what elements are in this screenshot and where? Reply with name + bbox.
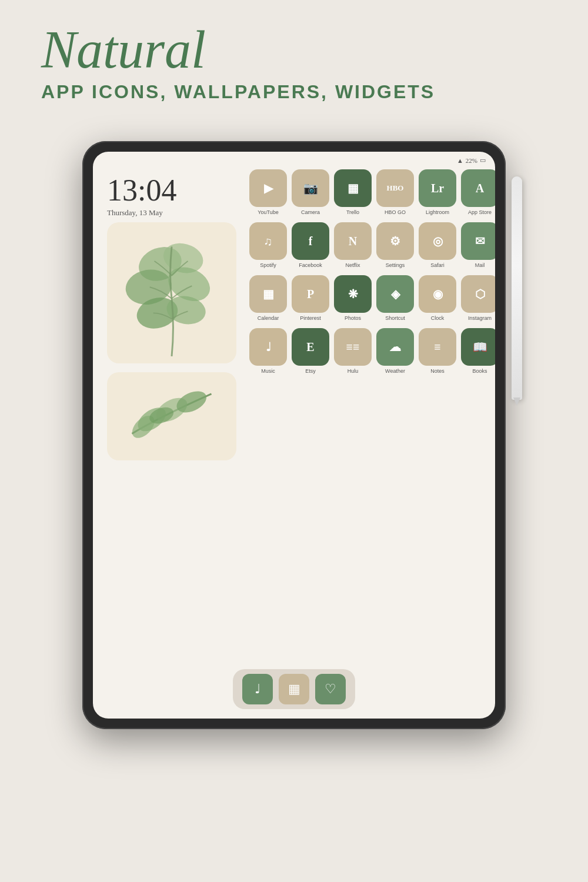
title-natural: Natural (41, 24, 435, 76)
app-label: Shortcut (385, 315, 405, 321)
clock-time: 13:04 (107, 175, 176, 206)
app-item[interactable]: 📖Books (461, 328, 495, 374)
app-label: Netflix (345, 262, 360, 268)
app-item[interactable]: ≡≡Hulu (334, 328, 372, 374)
app-label: Music (261, 368, 275, 374)
status-bar: ▲ 22% ▭ (457, 156, 486, 164)
app-item[interactable]: ♫Spotify (249, 222, 287, 268)
wifi-icon: ▲ (457, 157, 463, 164)
app-icon: ♩ (249, 328, 287, 366)
app-label: Photos (345, 315, 361, 321)
app-label: Trello (346, 209, 359, 215)
app-label: Camera (301, 209, 320, 215)
widget-large-plant (107, 222, 236, 363)
app-label: Lightroom (426, 209, 449, 215)
app-icon: ✉ (461, 222, 495, 260)
app-item[interactable]: NNetflix (334, 222, 372, 268)
app-icon: ⬡ (461, 275, 495, 313)
app-icon: 📷 (292, 169, 329, 207)
clock-date: Thursday, 13 May (107, 208, 176, 218)
clock-widget: 13:04 Thursday, 13 May (107, 175, 176, 218)
app-label: Mail (475, 262, 485, 268)
app-icon: ≡≡ (334, 328, 372, 366)
title-sub: APP ICONS, WALLPAPERS, WIDGETS (41, 81, 435, 103)
app-item[interactable]: ☁Weather (376, 328, 414, 374)
app-label: Calendar (258, 315, 279, 321)
tablet-wrapper: ▲ 22% ▭ 13:04 Thursday, 13 May (82, 141, 506, 788)
app-label: App Store (468, 209, 492, 215)
app-icon: E (292, 328, 329, 366)
app-item[interactable]: ❋Photos (334, 275, 372, 321)
app-label: Weather (385, 368, 405, 374)
app-item[interactable]: AApp Store (461, 169, 495, 215)
app-item[interactable]: EEtsy (292, 328, 329, 374)
app-label: Notes (430, 368, 445, 374)
title-area: Natural APP ICONS, WALLPAPERS, WIDGETS (41, 24, 435, 103)
app-label: Pinterest (300, 315, 321, 321)
app-label: Safari (430, 262, 445, 268)
app-item[interactable]: ◎Safari (419, 222, 456, 268)
app-icon: ◉ (419, 275, 456, 313)
app-item[interactable]: 📷Camera (292, 169, 329, 215)
app-label: Settings (386, 262, 405, 268)
app-icon: 📖 (461, 328, 495, 366)
page-background: Natural APP ICONS, WALLPAPERS, WIDGETS ▲… (0, 0, 588, 882)
apple-pencil (512, 176, 522, 400)
widget-small-plant (107, 372, 236, 460)
app-item[interactable]: ▦Calendar (249, 275, 287, 321)
app-icon: N (334, 222, 372, 260)
dock-icon[interactable]: ♡ (315, 674, 346, 704)
app-item[interactable]: ✉Mail (461, 222, 495, 268)
app-icon: Lr (419, 169, 456, 207)
app-icon: ♫ (249, 222, 287, 260)
app-label: Books (472, 368, 487, 374)
tablet-screen: ▲ 22% ▭ 13:04 Thursday, 13 May (93, 152, 495, 719)
app-item[interactable]: LrLightroom (419, 169, 456, 215)
app-label: Facebook (299, 262, 322, 268)
dock-icon[interactable]: ▦ (279, 674, 309, 704)
app-item[interactable]: ≡Notes (419, 328, 456, 374)
app-icon: ⚙ (376, 222, 414, 260)
app-icon: ▶ (249, 169, 287, 207)
battery-text: 22% (466, 157, 477, 164)
app-item[interactable]: ⬡Instagram (461, 275, 495, 321)
app-label: Clock (431, 315, 445, 321)
app-item[interactable]: HBOHBO GO (376, 169, 414, 215)
app-label: Hulu (348, 368, 359, 374)
app-icon: ☁ (376, 328, 414, 366)
app-item[interactable]: PPinterest (292, 275, 329, 321)
battery-icon: ▭ (480, 156, 486, 164)
app-item[interactable]: ♩Music (249, 328, 287, 374)
app-label: YouTube (258, 209, 278, 215)
app-item[interactable]: ▶YouTube (249, 169, 287, 215)
app-icon: HBO (376, 169, 414, 207)
app-label: Instagram (468, 315, 492, 321)
tablet-device: ▲ 22% ▭ 13:04 Thursday, 13 May (82, 141, 506, 729)
app-item[interactable]: ▦Trello (334, 169, 372, 215)
app-item[interactable]: ◉Clock (419, 275, 456, 321)
app-label: Etsy (305, 368, 316, 374)
app-grid: ▶YouTube📷Camera▦TrelloHBOHBO GOLrLightro… (247, 169, 486, 374)
app-icon: ◈ (376, 275, 414, 313)
dock-icon[interactable]: ♩ (242, 674, 273, 704)
app-item[interactable]: ⚙Settings (376, 222, 414, 268)
app-icon: P (292, 275, 329, 313)
dock: ♩▦♡ (233, 669, 355, 709)
app-icon: f (292, 222, 329, 260)
app-item[interactable]: fFacebook (292, 222, 329, 268)
app-icon: ▦ (334, 169, 372, 207)
app-icon: ≡ (419, 328, 456, 366)
app-icon: ◎ (419, 222, 456, 260)
app-item[interactable]: ◈Shortcut (376, 275, 414, 321)
app-icon: A (461, 169, 495, 207)
app-label: Spotify (260, 262, 276, 268)
app-icon: ❋ (334, 275, 372, 313)
app-icon: ▦ (249, 275, 287, 313)
app-label: HBO GO (385, 209, 406, 215)
